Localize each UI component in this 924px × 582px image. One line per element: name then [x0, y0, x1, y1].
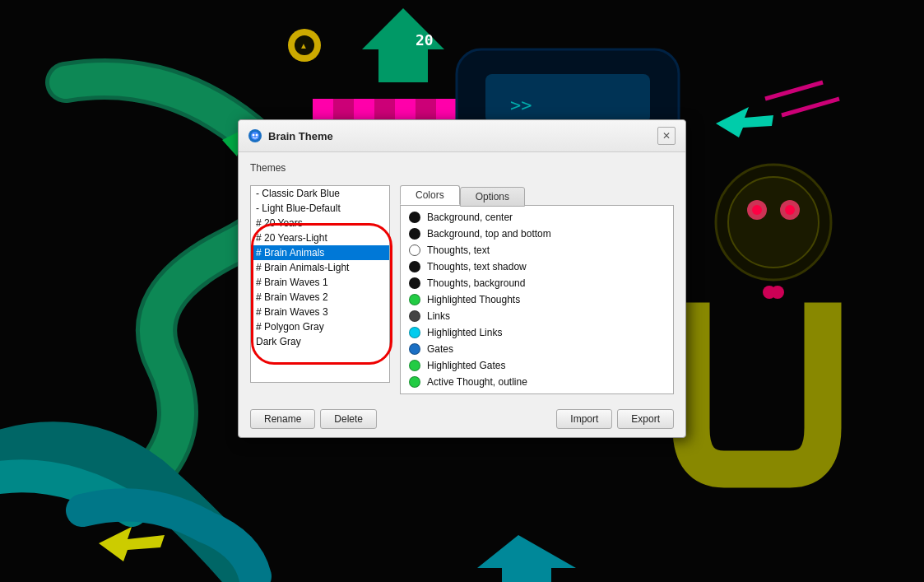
tab-bar: ColorsOptions — [400, 185, 674, 205]
theme-list-item-classic-dark-blue[interactable]: - Classic Dark Blue — [251, 186, 389, 201]
brain-theme-icon — [248, 129, 262, 142]
theme-list-item-polygon-gray[interactable]: # Polygon Gray — [251, 319, 389, 334]
footer-left: Rename Delete — [250, 409, 377, 429]
theme-list-item-20-years[interactable]: # 20 Years — [251, 216, 389, 230]
color-label: Gates — [427, 343, 453, 355]
color-item: Thoughts, text shadow — [401, 258, 673, 275]
themes-label: Themes — [250, 162, 674, 174]
theme-list-item-brain-animals[interactable]: # Brain Animals — [251, 245, 389, 260]
color-dot — [409, 376, 420, 388]
dialog-close-button[interactable]: ✕ — [657, 127, 676, 145]
color-dot — [409, 360, 420, 371]
color-dot — [409, 212, 420, 223]
color-label: Thoughts, text — [427, 244, 490, 256]
color-label: Active Thought, outline — [427, 376, 527, 388]
theme-list-item-brain-waves-2[interactable]: # Brain Waves 2 — [251, 290, 389, 305]
color-item: Highlighted Links — [401, 324, 673, 341]
color-item: Highlighted Gates — [401, 357, 673, 374]
tab-colors[interactable]: Colors — [400, 185, 460, 205]
delete-button[interactable]: Delete — [320, 409, 377, 429]
theme-list-item-20-years-light[interactable]: # 20 Years-Light — [251, 230, 389, 245]
tab-options[interactable]: Options — [460, 187, 525, 207]
color-label: Highlighted Thoughts — [427, 294, 520, 305]
color-label: Background, center — [427, 212, 513, 223]
svg-point-35 — [256, 134, 258, 137]
themes-listbox[interactable]: - Classic Dark Blue- Light Blue-Default#… — [250, 185, 390, 383]
color-item: Highlighted Thoughts — [401, 291, 673, 308]
theme-list-item-light-blue-default[interactable]: - Light Blue-Default — [251, 201, 389, 216]
color-item: Thoughts, text — [401, 242, 673, 258]
brain-theme-dialog: Brain Theme ✕ Themes - Classic Dark Blue… — [238, 119, 686, 438]
dialog-body: Themes - Classic Dark Blue- Light Blue-D… — [239, 152, 685, 403]
color-item: Thoughts, background — [401, 275, 673, 291]
dialog-title-left: Brain Theme — [248, 129, 333, 142]
color-dot — [409, 277, 420, 289]
color-label: Links — [427, 310, 450, 322]
dialog-title: Brain Theme — [268, 130, 333, 142]
dialog-footer: Rename Delete Import Export — [239, 403, 685, 437]
color-dot — [409, 294, 420, 305]
right-panel: ColorsOptions Background, centerBackgrou… — [400, 185, 674, 394]
color-dot — [409, 343, 420, 355]
color-label: Background, top and bottom — [427, 228, 551, 240]
color-label: Thoughts, background — [427, 277, 525, 289]
color-item: Active Thought, outline — [401, 374, 673, 390]
colors-tab-content: Background, centerBackground, top and bo… — [400, 205, 674, 394]
color-dot — [409, 261, 420, 272]
color-label: Highlighted Links — [427, 327, 502, 338]
color-item: Links — [401, 308, 673, 324]
color-label: Highlighted Gates — [427, 360, 505, 371]
dialog-content: - Classic Dark Blue- Light Blue-Default#… — [250, 185, 674, 394]
dialog-overlay: Brain Theme ✕ Themes - Classic Dark Blue… — [0, 0, 924, 582]
theme-list-item-brain-waves-1[interactable]: # Brain Waves 1 — [251, 275, 389, 290]
themes-panel: - Classic Dark Blue- Light Blue-Default#… — [250, 185, 390, 394]
color-item: Background, center — [401, 209, 673, 226]
color-dot — [409, 327, 420, 338]
color-dot — [409, 244, 420, 256]
import-button[interactable]: Import — [556, 409, 612, 429]
theme-list-item-dark-gray[interactable]: Dark Gray — [251, 334, 389, 349]
color-dot — [409, 228, 420, 240]
dialog-titlebar: Brain Theme ✕ — [239, 120, 685, 152]
color-item: Background, top and bottom — [401, 226, 673, 242]
svg-point-34 — [253, 134, 255, 137]
theme-list-item-brain-waves-3[interactable]: # Brain Waves 3 — [251, 305, 389, 319]
rename-button[interactable]: Rename — [250, 409, 315, 429]
color-item: Gates — [401, 341, 673, 357]
color-dot — [409, 310, 420, 322]
export-button[interactable]: Export — [617, 409, 674, 429]
color-label: Thoughts, text shadow — [427, 261, 527, 272]
footer-right: Import Export — [556, 409, 674, 429]
theme-list-item-brain-animals-light[interactable]: # Brain Animals-Light — [251, 260, 389, 275]
